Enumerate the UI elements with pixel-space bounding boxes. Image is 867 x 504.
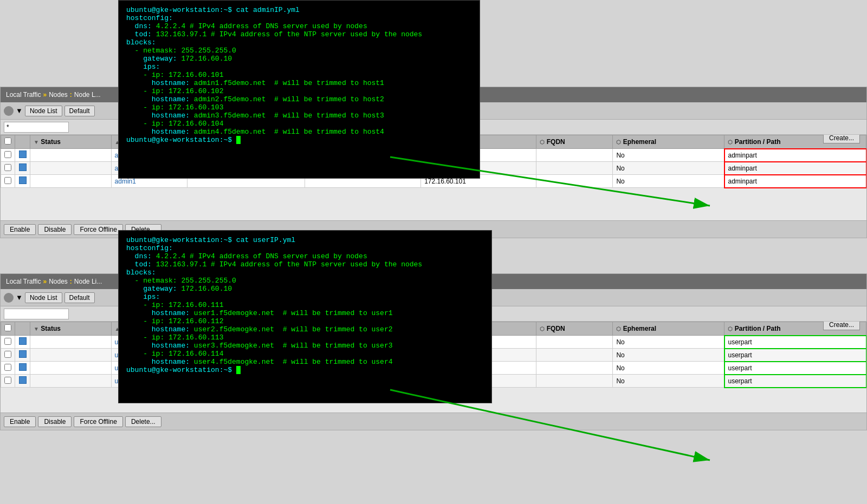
terminal-1-prompt-line: ubuntu@gke-workstation:~$ cat adminIP.ym…	[126, 6, 472, 14]
gear-icon-2[interactable]	[4, 293, 14, 303]
fqdn-cell	[536, 349, 613, 362]
col-status-1	[15, 135, 30, 149]
fqdn-cell	[536, 149, 613, 162]
ephemeral-cell: No	[613, 336, 724, 349]
row-check[interactable]	[4, 364, 11, 371]
status-badge	[19, 337, 27, 345]
ephemeral-cell: No	[613, 375, 724, 388]
terminal-1-content: hostconfig: dns: 4.2.2.4 # IPv4 address …	[126, 14, 472, 136]
row-check[interactable]	[4, 177, 11, 184]
force-offline-button-1[interactable]: Force Offline	[74, 224, 122, 235]
ephemeral-cell: No	[613, 349, 724, 362]
col-check-1	[1, 135, 15, 149]
action-row-2: Enable Disable Force Offline Delete...	[1, 413, 866, 430]
status-text	[30, 149, 112, 162]
partition-cell: adminpart	[724, 175, 866, 188]
partition-cell: adminpart	[724, 149, 866, 162]
terminal-2-prompt: ubuntu@gke-workstation:~$ cat userIP.yml	[126, 236, 295, 244]
fqdn-cell	[536, 175, 613, 188]
partition-cell: userpart	[724, 349, 866, 362]
force-offline-button-2[interactable]: Force Offline	[74, 416, 122, 427]
partition-cell: adminpart	[724, 162, 866, 175]
partition-cell: userpart	[724, 336, 866, 349]
col-fqdn-1[interactable]: ⬡ FQDN	[536, 135, 613, 149]
status-text	[30, 362, 112, 375]
status-badge	[19, 163, 27, 171]
terminal-1-prompt: ubuntu@gke-workstation:~$ cat adminIP.ym…	[126, 6, 300, 14]
row-check[interactable]	[4, 151, 11, 158]
col-check-2	[1, 322, 15, 336]
terminal-2: ubuntu@gke-workstation:~$ cat userIP.yml…	[118, 230, 492, 403]
enable-button-1[interactable]: Enable	[4, 224, 36, 235]
terminal-1: ubuntu@gke-workstation:~$ cat adminIP.ym…	[118, 0, 480, 179]
disable-button-1[interactable]: Disable	[38, 224, 72, 235]
node-list-tab-1[interactable]: Node List	[25, 106, 62, 116]
status-badge	[19, 350, 27, 358]
status-text	[30, 375, 112, 388]
delete-button-2[interactable]: Delete...	[125, 416, 161, 427]
search-input-1[interactable]	[4, 122, 69, 133]
terminal-2-prompt2: ubuntu@gke-workstation:~$	[126, 366, 484, 374]
partition-cell: userpart	[724, 375, 866, 388]
status-text	[30, 175, 112, 188]
ephemeral-cell: No	[613, 149, 724, 162]
enable-button-2[interactable]: Enable	[4, 416, 36, 427]
status-badge	[19, 376, 27, 384]
disable-button-2[interactable]: Disable	[38, 416, 72, 427]
partition-cell: userpart	[724, 362, 866, 375]
col-status-label-2[interactable]: ▼ Status	[30, 322, 112, 336]
terminal-1-prompt2: ubuntu@gke-workstation:~$	[126, 136, 472, 144]
fqdn-cell	[536, 336, 613, 349]
fqdn-cell	[536, 362, 613, 375]
status-badge	[19, 176, 27, 184]
status-text	[30, 336, 112, 349]
create-button-1[interactable]: Create...	[823, 135, 860, 143]
ephemeral-cell: No	[613, 175, 724, 188]
col-ephemeral-2[interactable]: ⬡ Ephemeral	[613, 322, 724, 336]
node-list-tab-2[interactable]: Node List	[25, 292, 62, 303]
default-tab-2[interactable]: Default	[64, 292, 95, 303]
status-text	[30, 162, 112, 175]
col-status-2	[15, 322, 30, 336]
default-tab-1[interactable]: Default	[64, 106, 95, 116]
create-button-2[interactable]: Create...	[823, 322, 860, 330]
fqdn-cell	[536, 375, 613, 388]
status-badge	[19, 363, 27, 371]
col-fqdn-2[interactable]: ⬡ FQDN	[536, 322, 613, 336]
terminal-2-content: hostconfig: dns: 4.2.2.4 # IPv4 address …	[126, 244, 484, 366]
row-check[interactable]	[4, 351, 11, 358]
row-check[interactable]	[4, 377, 11, 384]
ephemeral-cell: No	[613, 162, 724, 175]
status-badge	[19, 150, 27, 158]
status-text	[30, 349, 112, 362]
gear-icon-1[interactable]	[4, 106, 14, 116]
col-status-label-1[interactable]: ▼ Status	[30, 135, 112, 149]
row-check[interactable]	[4, 338, 11, 345]
select-all-check-2[interactable]	[4, 324, 11, 331]
fqdn-cell	[536, 162, 613, 175]
select-all-check-1[interactable]	[4, 138, 11, 145]
col-ephemeral-1[interactable]: ⬡ Ephemeral	[613, 135, 724, 149]
row-check[interactable]	[4, 164, 11, 171]
terminal-2-prompt-line: ubuntu@gke-workstation:~$ cat userIP.yml	[126, 236, 484, 244]
search-input-2[interactable]	[4, 309, 69, 319]
ephemeral-cell: No	[613, 362, 724, 375]
